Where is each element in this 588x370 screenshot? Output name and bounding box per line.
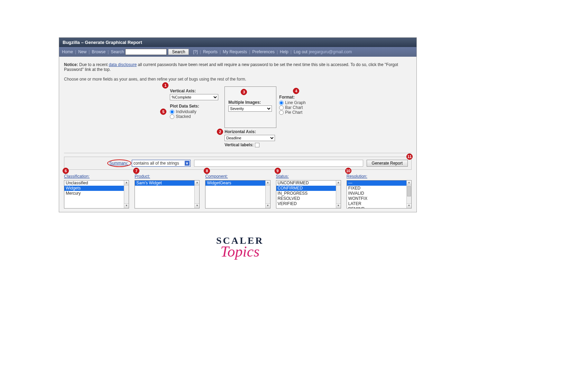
notice-text-pre: Due to a recent xyxy=(79,62,109,67)
list-item[interactable]: WidgetGears xyxy=(205,181,270,186)
logo-line2: Topics xyxy=(216,243,264,260)
scroll-up-icon[interactable]: ▲ xyxy=(124,181,129,185)
generate-report-button[interactable]: Generate Report xyxy=(367,160,408,167)
multiple-images-label: Multiple Images: xyxy=(228,100,273,105)
product-header[interactable]: Product: xyxy=(135,174,200,179)
notice-link[interactable]: data disclosure xyxy=(109,62,137,67)
list-item[interactable]: VERIFIED xyxy=(276,201,341,206)
nav-browse[interactable]: Browse xyxy=(92,49,105,54)
scroll-up-icon[interactable]: ▲ xyxy=(407,181,411,185)
notice-label: Notice: xyxy=(64,62,78,67)
summary-value-input[interactable] xyxy=(194,160,363,167)
scroll-up-icon[interactable]: ▲ xyxy=(336,181,341,185)
scrollbar-thumb[interactable] xyxy=(407,186,411,196)
list-item[interactable]: INVALID xyxy=(347,191,411,196)
multiple-images-select[interactable]: Severity xyxy=(228,105,272,112)
resolution-listbox[interactable]: --- FIXED INVALID WONTFIX LATER REMIND ▲… xyxy=(347,180,412,209)
top-navbar: Home| New| Browse| Search Search [?]| Re… xyxy=(59,47,416,57)
list-item[interactable]: CONFIRMED xyxy=(276,186,341,191)
annotation-badge-11: 11 xyxy=(406,154,413,160)
horizontal-axis-select[interactable]: Deadline xyxy=(224,135,275,141)
scrollbar[interactable]: ▲▼ xyxy=(124,181,129,208)
scroll-down-icon[interactable]: ▼ xyxy=(266,203,270,208)
vertical-labels-checkbox[interactable] xyxy=(255,143,259,147)
scrollbar[interactable]: ▲▼ xyxy=(406,181,411,208)
nav-logout[interactable]: Log out xyxy=(294,49,307,54)
scroll-down-icon[interactable]: ▼ xyxy=(124,203,129,208)
classification-header[interactable]: Classification: xyxy=(64,174,129,179)
scrollbar[interactable]: ▲▼ xyxy=(336,181,341,208)
dropdown-arrow-icon: ▼ xyxy=(185,161,190,166)
format-bar-label: Bar Chart xyxy=(285,105,303,110)
component-header[interactable]: Component: xyxy=(205,174,270,179)
vertical-labels-label: Vertical labels: xyxy=(224,142,254,147)
horizontal-axis-label: Horizontal Axis: xyxy=(224,129,276,134)
list-item[interactable]: LATER xyxy=(347,201,411,206)
list-item[interactable]: UNCONFIRMED xyxy=(276,181,341,186)
content-area: Notice: Due to a recent data disclosure … xyxy=(59,57,416,212)
list-item[interactable]: --- xyxy=(347,181,411,186)
annotation-badge-2: 2 xyxy=(217,129,223,135)
scrollbar[interactable]: ▲▼ xyxy=(265,181,270,208)
status-header[interactable]: Status: xyxy=(276,174,341,179)
list-item[interactable]: IN_PROGRESS xyxy=(276,191,341,196)
list-item[interactable]: Sam's Widget xyxy=(135,181,199,186)
nav-new[interactable]: New xyxy=(78,49,86,54)
plot-data-sets-label: Plot Data Sets: xyxy=(170,104,222,109)
multiple-images-box: 3 Multiple Images: Severity xyxy=(224,86,276,128)
app-window: Bugzilla – Generate Graphical Report Hom… xyxy=(59,37,417,212)
instruction-text: Choose one or more fields as your axes, … xyxy=(64,77,412,82)
nav-search[interactable]: Search xyxy=(111,49,124,54)
plot-stacked-label: Stacked xyxy=(176,114,191,119)
scroll-down-icon[interactable]: ▼ xyxy=(407,203,411,208)
watermark-logo: SCALER Topics xyxy=(216,235,264,260)
vertical-axis-label: Vertical Axis: xyxy=(170,89,222,93)
format-pie-radio[interactable] xyxy=(279,110,284,115)
list-item[interactable]: Unclassified xyxy=(64,181,129,186)
nav-preferences[interactable]: Preferences xyxy=(252,49,275,54)
divider xyxy=(64,153,412,153)
list-item[interactable]: WONTFIX xyxy=(347,196,411,201)
plot-individually-radio[interactable] xyxy=(170,110,174,114)
scroll-up-icon[interactable]: ▲ xyxy=(195,181,199,185)
nav-home[interactable]: Home xyxy=(62,49,73,54)
nav-help[interactable]: Help xyxy=(280,49,288,54)
plot-individually-label: Individually xyxy=(176,109,196,114)
nav-search-button[interactable]: Search xyxy=(168,49,189,55)
summary-operator-select[interactable]: contains all of the strings ▼ xyxy=(132,160,191,167)
format-line-radio[interactable] xyxy=(279,101,284,105)
axes-config-row: 1 Vertical Axis: %Complete Plot Data Set… xyxy=(64,86,412,147)
list-item[interactable]: Mercury xyxy=(64,191,129,196)
list-item[interactable]: Widgets xyxy=(64,186,129,191)
list-item[interactable]: FIXED xyxy=(347,186,411,191)
summary-filter-row: Summary: contains all of the strings ▼ 1… xyxy=(64,157,412,170)
nav-help-q[interactable]: [?] xyxy=(193,49,197,54)
scrollbar[interactable]: ▲▼ xyxy=(194,181,199,208)
format-pie-label: Pie Chart xyxy=(285,110,302,115)
status-listbox[interactable]: UNCONFIRMED CONFIRMED IN_PROGRESS RESOLV… xyxy=(276,180,341,209)
list-item[interactable]: RESOLVED xyxy=(276,196,341,201)
format-bar-radio[interactable] xyxy=(279,105,284,110)
product-listbox[interactable]: Sam's Widget ▲▼ xyxy=(135,180,200,209)
window-titlebar: Bugzilla – Generate Graphical Report xyxy=(59,38,416,47)
scroll-up-icon[interactable]: ▲ xyxy=(266,181,270,185)
annotation-badge-4: 4 xyxy=(293,88,299,94)
filter-lists-row: 6 Classification: Unclassified Widgets M… xyxy=(64,174,412,209)
plot-stacked-radio[interactable] xyxy=(170,114,174,119)
list-item[interactable]: REMIND xyxy=(347,206,411,209)
notice-banner: Notice: Due to a recent data disclosure … xyxy=(64,62,412,72)
summary-field-link[interactable]: Summary: xyxy=(109,161,128,166)
nav-my-requests[interactable]: My Requests xyxy=(223,49,247,54)
annotation-badge-6: 6 xyxy=(63,168,69,174)
annotation-badge-5: 5 xyxy=(160,109,166,115)
vertical-axis-select[interactable]: %Complete xyxy=(170,94,218,100)
resolution-header[interactable]: Resolution: xyxy=(347,174,412,179)
scroll-down-icon[interactable]: ▼ xyxy=(336,203,341,208)
nav-reports[interactable]: Reports xyxy=(203,49,218,54)
format-line-label: Line Graph xyxy=(285,100,305,105)
classification-listbox[interactable]: Unclassified Widgets Mercury ▲▼ xyxy=(64,180,129,209)
nav-search-input[interactable] xyxy=(125,49,167,55)
scroll-down-icon[interactable]: ▼ xyxy=(195,203,199,208)
annotation-badge-10: 10 xyxy=(345,168,351,174)
component-listbox[interactable]: WidgetGears ▲▼ xyxy=(205,180,270,209)
